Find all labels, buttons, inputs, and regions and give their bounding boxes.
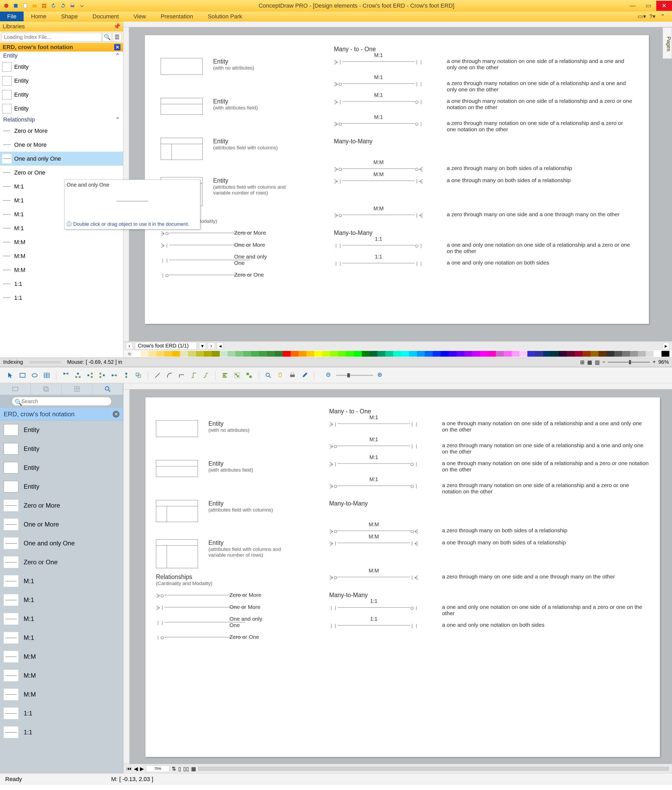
color-swatch[interactable] (204, 351, 212, 357)
ribbon-tab-shape[interactable]: Shape (54, 11, 85, 21)
color-swatch[interactable] (512, 351, 520, 357)
color-swatch[interactable] (661, 351, 669, 357)
page-nav-next-icon[interactable]: ▶ (140, 766, 144, 772)
library-item[interactable]: M:M (0, 685, 123, 704)
maximize-button[interactable]: ▭ (640, 1, 656, 11)
color-swatch[interactable] (196, 351, 204, 357)
color-swatch[interactable] (164, 351, 172, 357)
library-item[interactable]: One and only One (0, 152, 123, 166)
tool-table-icon[interactable] (42, 370, 52, 381)
pin-icon[interactable]: 📌 (114, 23, 120, 30)
ribbon-window-icon[interactable]: ▭▾ (638, 13, 646, 21)
library-item[interactable]: 1:1 (0, 704, 123, 723)
library-search-input[interactable] (2, 33, 102, 42)
color-swatch[interactable] (275, 351, 283, 357)
color-swatch[interactable] (330, 351, 338, 357)
side-tab-data[interactable] (62, 383, 93, 395)
color-swatch[interactable] (259, 351, 267, 357)
view-mode-1-icon[interactable]: ▯ (178, 766, 181, 772)
color-swatch[interactable] (243, 351, 251, 357)
print-tool-icon[interactable] (287, 370, 298, 381)
color-swatch[interactable] (433, 351, 440, 357)
library-item[interactable]: Zero or More (0, 124, 123, 138)
ribbon-tab-document[interactable]: Document (85, 11, 126, 21)
color-swatch[interactable] (188, 351, 196, 357)
color-swatch[interactable] (370, 351, 378, 357)
color-swatch[interactable] (362, 351, 370, 357)
horizontal-scrollbar[interactable] (198, 767, 669, 771)
color-swatch[interactable] (212, 351, 220, 357)
tab-next-icon[interactable]: › (208, 342, 215, 349)
library-item[interactable]: Entity (0, 102, 123, 115)
zoom-out-icon[interactable]: − (602, 359, 606, 365)
color-swatch[interactable] (291, 351, 298, 357)
color-swatch[interactable] (456, 351, 464, 357)
color-swatch[interactable] (614, 351, 622, 357)
library-item[interactable]: M:M (0, 249, 123, 263)
ribbon-tab-view[interactable]: View (126, 11, 153, 21)
tree-left-icon[interactable] (85, 370, 95, 381)
color-swatch[interactable] (567, 351, 574, 357)
color-swatch[interactable] (157, 351, 164, 357)
pages-panel-tab[interactable]: Pages (662, 27, 672, 59)
side-tab-shapes[interactable] (0, 383, 31, 395)
color-swatch[interactable] (251, 351, 259, 357)
color-swatch[interactable] (551, 351, 559, 357)
ribbon-tab-solution-park[interactable]: Solution Park (200, 11, 250, 21)
color-swatch[interactable] (393, 351, 401, 357)
color-swatch[interactable] (354, 351, 362, 357)
qat-more-icon[interactable] (78, 2, 86, 10)
color-swatch[interactable] (606, 351, 614, 357)
group-icon[interactable] (232, 370, 242, 381)
color-swatch[interactable] (149, 351, 157, 357)
library-item[interactable]: M:M (0, 235, 123, 249)
library-item[interactable]: One or More (0, 138, 123, 152)
color-swatch[interactable] (598, 351, 606, 357)
library-group-entity[interactable]: Entity ⌃ (0, 51, 123, 60)
color-swatch[interactable] (314, 351, 322, 357)
color-swatch[interactable] (141, 351, 149, 357)
hand-tool-icon[interactable] (275, 370, 286, 381)
color-swatch[interactable] (590, 351, 598, 357)
color-swatch[interactable] (559, 351, 567, 357)
no-color-icon[interactable]: ⦸ (126, 351, 133, 357)
zoom-slider[interactable] (336, 375, 373, 376)
library-item[interactable]: M:1 (0, 628, 123, 647)
color-swatch[interactable] (543, 351, 551, 357)
color-swatch[interactable] (630, 351, 638, 357)
zoom-stepper-icon[interactable]: ⇅ (172, 766, 176, 772)
library-item[interactable]: Zero or More (0, 496, 123, 515)
color-swatch[interactable] (464, 351, 472, 357)
color-swatch[interactable] (449, 351, 456, 357)
color-swatch[interactable] (520, 351, 527, 357)
library-item[interactable]: One and only One (0, 534, 123, 553)
library-item[interactable]: Entity (0, 74, 123, 88)
chain-down-icon[interactable] (121, 370, 131, 381)
color-swatch[interactable] (472, 351, 480, 357)
side-tab-layers[interactable] (31, 383, 61, 395)
tool-pointer-icon[interactable] (5, 370, 16, 381)
tree-horiz-icon[interactable] (61, 370, 71, 381)
connector-arc-icon[interactable] (164, 370, 175, 381)
library-item[interactable]: 1:1 (0, 723, 123, 742)
qat-new-icon[interactable] (21, 2, 29, 10)
library-close-icon[interactable]: ✕ (114, 44, 120, 50)
minimize-button[interactable]: — (625, 1, 640, 11)
ribbon-tab-home[interactable]: Home (24, 11, 54, 21)
color-swatch[interactable] (306, 351, 314, 357)
page-nav-prev-icon[interactable]: ◀ (134, 766, 138, 772)
library-item[interactable]: M:M (0, 263, 123, 277)
align-icon[interactable] (220, 370, 230, 381)
zoom-percent[interactable]: 96% (658, 359, 669, 365)
qat-redo-icon[interactable] (59, 2, 67, 10)
library-close-icon[interactable]: ✕ (113, 411, 120, 417)
qat-save-icon[interactable] (11, 2, 20, 10)
library-item[interactable]: M:M (0, 666, 123, 685)
ribbon-tab-presentation[interactable]: Presentation (153, 11, 200, 21)
color-swatch[interactable] (409, 351, 417, 357)
library-item[interactable]: 1:1 (0, 291, 123, 305)
grid-icon[interactable]: ▦ (587, 359, 592, 365)
color-swatch[interactable] (440, 351, 448, 357)
library-list-view-icon[interactable]: ☰ (113, 33, 122, 42)
connector-smart-icon[interactable] (189, 370, 199, 381)
